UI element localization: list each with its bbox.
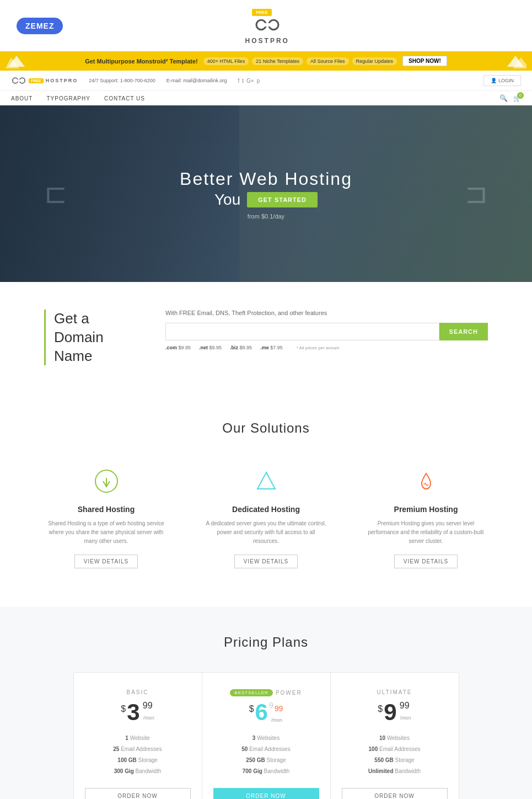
premium-hosting-icon	[366, 469, 487, 498]
header-support: 24/7 Support: 1-800-700-6200	[89, 78, 155, 83]
plan-ultimate-period: /mon	[400, 715, 411, 721]
pinterest-icon[interactable]: p	[257, 78, 260, 84]
domain-price-note: * All prices per annum	[297, 345, 340, 350]
domain-title: Get a Domain Name	[44, 310, 132, 365]
dedicated-hosting-details-button[interactable]: VIEW DETAILS	[234, 555, 298, 568]
promo-deco-right	[504, 51, 526, 71]
pricing-card-ultimate: ULTIMATE $ 9 99 /mon 10 Websites 100 Ema…	[331, 673, 459, 799]
promo-text: Get Multipurpose Monstroid² Template!	[85, 58, 198, 65]
solutions-grid: Shared Hosting Shared Hosting is a type …	[33, 458, 499, 579]
bestseller-badge: BESTSELLER	[230, 689, 273, 696]
plan-power-price: $ 6 9 99 /mon	[213, 701, 319, 724]
top-logos-bar: ZEMEZ FREE HOSTPRO	[0, 0, 532, 51]
domain-prices: .com $9.95 .net $9.95 .biz $8.95 .me $7.…	[165, 345, 488, 350]
pricing-title: Pricing Plans	[33, 635, 499, 650]
promo-pill-1: 400+ HTML Files	[203, 57, 249, 65]
svg-marker-11	[257, 472, 275, 489]
google-plus-icon[interactable]: G+	[246, 78, 254, 84]
domain-right: With FREE Email, DNS, Theft Protection, …	[165, 310, 488, 350]
promo-pill-4: Regular Updates	[352, 57, 397, 65]
solution-card-dedicated: Dedicated Hosting A dedicated server giv…	[195, 458, 338, 579]
hostpro-text: HOSTPRO	[245, 37, 289, 45]
plan-power-period: /mon	[271, 717, 283, 723]
plan-basic-period: /mon	[143, 715, 154, 721]
domain-search-button[interactable]: SEARCH	[439, 323, 488, 340]
shared-hosting-details-button[interactable]: VIEW DETAILS	[74, 555, 138, 568]
plan-power-label: BESTSELLER POWER	[213, 689, 319, 696]
hero-section: ⊏ Better Web Hosting You GET STARTED fro…	[0, 105, 532, 282]
domain-search-input[interactable]	[165, 323, 439, 340]
promo-pill-2: 21 Niche Templates	[252, 57, 303, 65]
shared-hosting-icon	[46, 469, 167, 498]
premium-hosting-details-button[interactable]: VIEW DETAILS	[394, 555, 458, 568]
plan-power-currency: $	[249, 704, 254, 714]
hostpro-icon	[245, 17, 289, 36]
pricing-card-power: BESTSELLER POWER $ 6 9 99 /mon 3 Website…	[202, 673, 331, 799]
solutions-section: Our Solutions Shared Hosting Shared Host…	[0, 393, 532, 607]
hero-title-line1: Better Web Hosting	[180, 168, 352, 191]
plan-power-amount: 6	[255, 701, 268, 724]
promo-pills: 400+ HTML Files 21 Niche Templates All S…	[203, 57, 397, 65]
bracket-left: ⊏	[44, 178, 67, 210]
shop-now-button[interactable]: SHOP NOW!	[402, 56, 447, 66]
domain-search-row: SEARCH	[165, 323, 488, 340]
plan-basic-name: BASIC	[85, 689, 191, 695]
premium-hosting-desc: Premium Hosting gives you server level p…	[366, 519, 487, 546]
shared-hosting-name: Shared Hosting	[46, 505, 167, 514]
order-ultimate-button[interactable]: ORDER NOW	[342, 788, 448, 799]
svg-rect-9	[15, 79, 23, 82]
search-icon[interactable]: 🔍	[499, 94, 508, 102]
plan-ultimate-cents: 99	[400, 701, 410, 710]
plan-ultimate-price: $ 9 99 /mon	[342, 701, 448, 724]
pricing-section: Pricing Plans BASIC $ 3 99 /mon 1 Websit…	[0, 607, 532, 799]
domain-description: With FREE Email, DNS, Theft Protection, …	[165, 310, 488, 316]
dedicated-hosting-name: Dedicated Hosting	[206, 505, 327, 514]
plan-ultimate-amount: 9	[384, 701, 396, 724]
plan-power-cents: 99	[275, 704, 283, 713]
header-free-badge: FREE	[29, 78, 44, 83]
domain-price-me: .me $7.95	[260, 345, 283, 350]
plan-ultimate-name: ULTIMATE	[342, 689, 448, 695]
order-power-button[interactable]: ORDER NOW	[213, 788, 319, 799]
plan-ultimate-currency: $	[378, 704, 383, 714]
hero-cta-button[interactable]: GET STARTED	[247, 192, 318, 207]
pricing-card-basic: BASIC $ 3 99 /mon 1 Website 25 Email Add…	[74, 673, 202, 799]
plan-power-original: 9	[269, 701, 273, 710]
pricing-cards: BASIC $ 3 99 /mon 1 Website 25 Email Add…	[73, 672, 459, 799]
promo-pill-3: All Source Files	[307, 57, 349, 65]
hero-content: Better Web Hosting You GET STARTED from …	[180, 168, 352, 220]
zemez-logo: ZEMEZ	[17, 18, 63, 34]
domain-section: Get a Domain Name With FREE Email, DNS, …	[0, 282, 532, 393]
nav-typography[interactable]: TYPOGRAPHY	[46, 95, 90, 102]
solutions-title: Our Solutions	[33, 420, 499, 436]
bracket-right: ⊐	[465, 178, 488, 210]
hero-price: from $0.1/day	[180, 213, 352, 220]
nav-contact[interactable]: CONTACT US	[104, 95, 145, 102]
header-row1: FREE HOSTPRO 24/7 Support: 1-800-700-620…	[0, 71, 532, 91]
hostpro-logo-area: FREE HOSTPRO	[245, 7, 289, 45]
twitter-icon[interactable]: t	[242, 78, 244, 84]
domain-price-biz: .biz $8.95	[230, 345, 252, 350]
main-nav: ABOUT TYPOGRAPHY CONTACT US 🔍 🛒 0	[0, 91, 532, 105]
promo-bar: Get Multipurpose Monstroid² Template! 40…	[0, 51, 532, 71]
login-button[interactable]: 👤 LOGIN	[483, 75, 521, 86]
domain-price-com: .com $9.95	[165, 345, 191, 350]
user-icon: 👤	[491, 78, 497, 83]
domain-price-net: .net $9.95	[199, 345, 222, 350]
dedicated-hosting-desc: A dedicated server gives you the ultimat…	[206, 519, 327, 546]
plan-basic-features: 1 Website 25 Email Addresses 100 GB Stor…	[85, 733, 191, 777]
order-basic-button[interactable]: ORDER NOW	[85, 788, 191, 799]
dedicated-hosting-icon	[206, 469, 327, 498]
promo-deco-left	[6, 51, 28, 71]
plan-power-name: POWER	[276, 690, 302, 696]
shared-hosting-desc: Shared Hosting is a type of web hosting …	[46, 519, 167, 546]
facebook-icon[interactable]: f	[238, 78, 239, 84]
solution-card-shared: Shared Hosting Shared Hosting is a type …	[35, 458, 178, 579]
plan-power-features: 3 Websites 50 Email Addresses 250 GB Sto…	[213, 733, 319, 777]
nav-about[interactable]: ABOUT	[11, 95, 33, 102]
header-logo: FREE HOSTPRO	[11, 76, 78, 86]
plan-basic-cents: 99	[143, 701, 153, 710]
cart-icon[interactable]: 🛒 0	[513, 95, 521, 102]
svg-rect-2	[261, 23, 273, 26]
plan-basic-price: $ 3 99 /mon	[85, 701, 191, 724]
